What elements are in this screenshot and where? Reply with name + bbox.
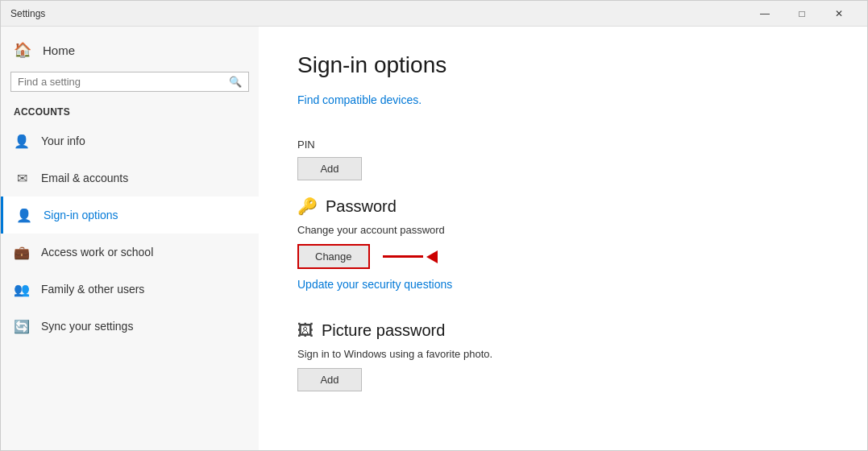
maximize-button[interactable]: □ xyxy=(783,1,820,27)
picture-password-heading-text: Picture password xyxy=(322,321,445,340)
your-info-label: Your info xyxy=(41,134,85,147)
close-button[interactable]: ✕ xyxy=(820,1,858,27)
password-heading: 🔑 Password xyxy=(297,197,829,216)
window-title: Settings xyxy=(10,8,746,19)
password-section: 🔑 Password Change your account password … xyxy=(297,197,829,305)
sidebar-item-access-work[interactable]: 💼 Access work or school xyxy=(1,234,259,271)
home-label: Home xyxy=(43,43,75,57)
change-wrapper: Change xyxy=(297,244,829,269)
pin-add-button[interactable]: Add xyxy=(297,157,362,180)
arrow-line xyxy=(383,255,423,258)
family-icon: 👥 xyxy=(14,282,30,297)
arrow-head xyxy=(426,250,438,263)
search-icon: 🔍 xyxy=(229,76,242,88)
sync-icon: 🔄 xyxy=(14,319,30,334)
minimize-button[interactable]: — xyxy=(746,1,783,27)
arrow-indicator xyxy=(383,250,438,263)
picture-password-section: 🖼 Picture password Sign in to Windows us… xyxy=(297,321,829,391)
settings-window: Settings — □ ✕ 🏠 Home 🔍 Accounts 👤 xyxy=(0,0,868,451)
pin-section: PIN Add xyxy=(297,139,829,180)
your-info-icon: 👤 xyxy=(14,134,30,149)
sidebar-item-email-accounts[interactable]: ✉ Email & accounts xyxy=(1,159,259,197)
main-panel: Sign-in options Find compatible devices.… xyxy=(259,27,867,450)
sidebar: 🏠 Home 🔍 Accounts 👤 Your info ✉ Email & … xyxy=(1,27,259,450)
password-icon: 🔑 xyxy=(297,197,318,216)
sign-in-icon: 👤 xyxy=(16,208,32,223)
access-work-label: Access work or school xyxy=(41,246,153,259)
sidebar-item-sign-in-options[interactable]: 👤 Sign-in options xyxy=(1,197,259,234)
picture-password-icon: 🖼 xyxy=(297,321,314,340)
sidebar-item-family-users[interactable]: 👥 Family & other users xyxy=(1,271,259,308)
window-controls: — □ ✕ xyxy=(746,1,858,27)
accounts-section-label: Accounts xyxy=(1,100,259,122)
picture-password-description: Sign in to Windows using a favorite phot… xyxy=(297,348,829,360)
picture-password-heading: 🖼 Picture password xyxy=(297,321,829,340)
sidebar-item-home[interactable]: 🏠 Home xyxy=(1,33,259,67)
email-icon: ✉ xyxy=(14,171,30,186)
titlebar: Settings — □ ✕ xyxy=(1,1,867,27)
work-icon: 💼 xyxy=(14,245,30,260)
family-users-label: Family & other users xyxy=(41,283,144,296)
update-security-link[interactable]: Update your security questions xyxy=(297,278,452,291)
sidebar-item-sync-settings[interactable]: 🔄 Sync your settings xyxy=(1,308,259,345)
find-compatible-link[interactable]: Find compatible devices. xyxy=(297,93,422,106)
change-password-button[interactable]: Change xyxy=(297,244,370,269)
content-area: 🏠 Home 🔍 Accounts 👤 Your info ✉ Email & … xyxy=(1,27,867,450)
pin-label: PIN xyxy=(297,139,829,151)
email-accounts-label: Email & accounts xyxy=(41,172,128,184)
search-box[interactable]: 🔍 xyxy=(10,72,249,92)
home-icon: 🏠 xyxy=(14,41,31,59)
sidebar-item-your-info[interactable]: 👤 Your info xyxy=(1,122,259,159)
sync-settings-label: Sync your settings xyxy=(41,320,133,333)
sign-in-options-label: Sign-in options xyxy=(44,209,118,221)
password-description: Change your account password xyxy=(297,224,829,236)
page-title: Sign-in options xyxy=(297,52,829,78)
password-heading-text: Password xyxy=(326,197,397,216)
picture-password-add-button[interactable]: Add xyxy=(297,368,362,391)
search-input[interactable] xyxy=(18,76,224,88)
